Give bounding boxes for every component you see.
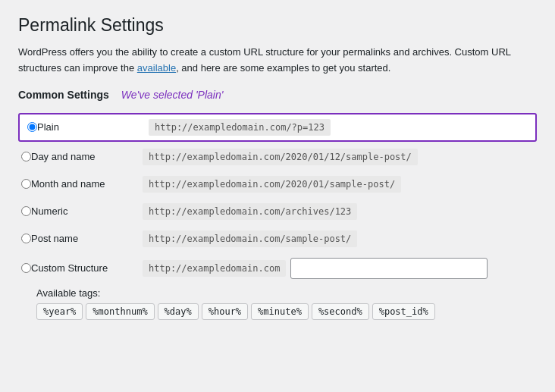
label-month-and-name[interactable]: Month and name xyxy=(31,178,137,190)
radio-plain[interactable] xyxy=(27,122,37,132)
option-row-post-name: Post name http://exampledomain.com/sampl… xyxy=(18,225,537,252)
option-row-day-and-name: Day and name http://exampledomain.com/20… xyxy=(18,143,537,171)
section-title: Common Settings xyxy=(18,89,109,101)
tag-button[interactable]: %monthnum% xyxy=(86,303,154,320)
selected-notice: We've selected 'Plain' xyxy=(121,89,224,101)
tag-button[interactable]: %post_id% xyxy=(372,303,435,320)
label-post-name[interactable]: Post name xyxy=(31,233,137,244)
label-numeric[interactable]: Numeric xyxy=(31,205,137,217)
url-post-name: http://exampledomain.com/sample-post/ xyxy=(143,230,357,247)
tag-button[interactable]: %second% xyxy=(312,303,369,320)
option-row-plain: Plain http://exampledomain.com/?p=123 xyxy=(18,113,537,142)
available-link[interactable]: available xyxy=(137,62,176,74)
radio-custom-structure[interactable] xyxy=(21,263,31,273)
page-title: Permalink Settings xyxy=(18,15,537,36)
tag-button[interactable]: %minute% xyxy=(251,303,309,320)
tag-button[interactable]: %day% xyxy=(158,303,199,320)
intro-text: WordPress offers you the ability to crea… xyxy=(18,45,537,77)
custom-structure-input[interactable] xyxy=(290,258,488,279)
tag-button[interactable]: %hour% xyxy=(202,303,248,320)
label-day-and-name[interactable]: Day and name xyxy=(31,151,137,162)
label-custom-structure[interactable]: Custom Structure xyxy=(31,262,137,274)
tag-button[interactable]: %year% xyxy=(36,303,83,320)
custom-base-url: http://exampledomain.com xyxy=(143,260,286,277)
option-row-numeric: Numeric http://exampledomain.com/archive… xyxy=(18,198,537,225)
tags-row: %year%%monthnum%%day%%hour%%minute%%seco… xyxy=(36,303,537,320)
available-tags-section: Available tags: %year%%monthnum%%day%%ho… xyxy=(36,287,537,320)
url-numeric: http://exampledomain.com/archives/123 xyxy=(143,203,357,220)
available-tags-label: Available tags: xyxy=(36,287,537,299)
option-row-month-and-name: Month and name http://exampledomain.com/… xyxy=(18,171,537,198)
radio-numeric[interactable] xyxy=(21,206,31,216)
radio-post-name[interactable] xyxy=(21,234,31,243)
radio-day-and-name[interactable] xyxy=(21,152,31,162)
url-day-and-name: http://exampledomain.com/2020/01/12/samp… xyxy=(143,149,418,165)
label-plain[interactable]: Plain xyxy=(37,121,143,133)
url-month-and-name: http://exampledomain.com/2020/01/sample-… xyxy=(143,176,401,193)
url-plain: http://exampledomain.com/?p=123 xyxy=(149,119,331,136)
radio-month-and-name[interactable] xyxy=(21,179,31,189)
option-row-custom-structure: Custom Structure http://exampledomain.co… xyxy=(18,252,537,284)
